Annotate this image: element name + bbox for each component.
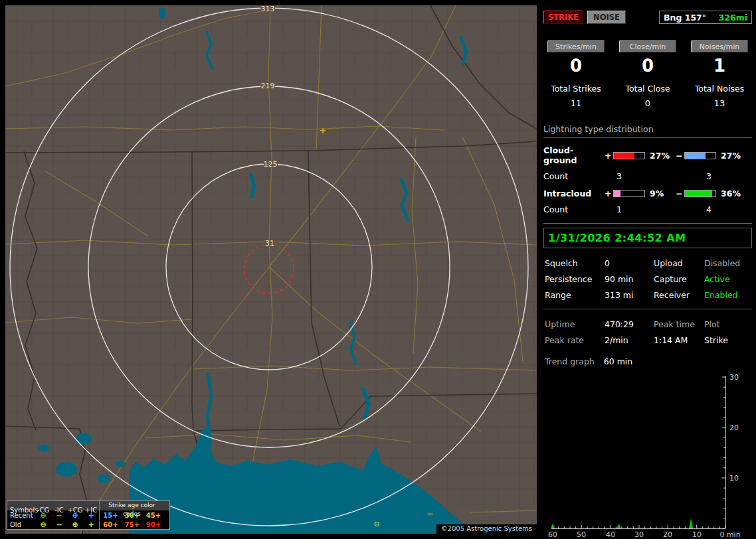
capture-status: Active	[704, 274, 752, 284]
ic-plus-bar	[613, 190, 645, 197]
cloud-ground-count-row: Count 3 3	[543, 171, 752, 181]
lightning-map[interactable]: 313 219 125 31 + ⊖ − Symbols -CG -IC +CG…	[5, 5, 537, 534]
close-per-min-value: 0	[616, 56, 680, 76]
minus-sign: −	[676, 189, 684, 198]
cg-plus-count: 3	[605, 171, 694, 181]
pos-ic-recent-icon: +	[83, 511, 99, 520]
trend-tick-labels: 60 50 40 30 20 10 0 min 30 20 10	[548, 373, 741, 539]
intracloud-row: Intracloud + 9% − 36%	[543, 189, 752, 198]
legend-recent-label: Recent	[9, 511, 35, 520]
copyright-text: ©2005 Astrogenic Systems	[436, 524, 537, 534]
cg-minus-bar-fill	[685, 153, 706, 159]
side-panel: STRIKE NOISE Bng 157° 326mi Strikes/min …	[543, 5, 752, 534]
pos-ic-old-icon: +	[83, 520, 99, 529]
intracloud-label: Intracloud	[543, 189, 605, 198]
old-neg-cg-strike-icon: ⊖	[373, 520, 379, 528]
svg-text:60: 60	[548, 530, 557, 539]
strike-legend: Symbols -CG -IC +CG +IC Strike age color…	[7, 501, 170, 530]
ring-label-125: 125	[264, 160, 278, 169]
squelch-label: Squelch	[545, 258, 605, 268]
range-value: 313 mi	[605, 290, 654, 300]
strikes-per-min-button[interactable]: Strikes/min	[547, 40, 605, 52]
noises-column: Noises/min 1 Total Noises 13	[688, 40, 751, 108]
bearing-range: 326mi	[719, 13, 747, 23]
upload-label: Upload	[654, 258, 704, 268]
legend-old-label: Old	[9, 520, 35, 529]
total-noises-label: Total Noises	[688, 84, 751, 94]
bearing-label: Bng 157°	[664, 13, 706, 23]
noise-mode-button[interactable]: NOISE	[587, 11, 626, 24]
noise-marker-icon: +	[320, 125, 327, 135]
legend-old-row: Old ⊖ − ⊕ + 60+ 75+ 90+	[7, 520, 169, 529]
plot-label: Plot	[704, 319, 752, 329]
total-close-label: Total Close	[616, 84, 680, 94]
close-per-min-button[interactable]: Close/min	[619, 40, 676, 52]
trend-axes	[551, 376, 726, 529]
age-90: 90+	[143, 520, 164, 529]
ic-minus-pct: 36%	[721, 189, 747, 198]
neg-cg-recent-icon: ⊖	[35, 511, 51, 520]
intracloud-count-row: Count 1 4	[543, 204, 752, 214]
total-strikes-value: 11	[544, 98, 608, 108]
neg-cg-old-icon: ⊖	[35, 520, 51, 529]
age-45: 45+	[143, 511, 164, 520]
bearing-display: Bng 157° 326mi	[659, 11, 752, 24]
settings-grid: Squelch 0 Upload Disabled Persistence 90…	[543, 258, 752, 300]
plus-sign: +	[605, 151, 613, 161]
svg-text:20: 20	[663, 530, 672, 539]
svg-text:50: 50	[577, 530, 586, 539]
cloud-ground-label: Cloud-ground	[543, 145, 605, 165]
age-75: 75+	[122, 520, 143, 529]
neg-ic-old-icon: −	[51, 520, 67, 529]
legend-recent-row: Recent ⊖ − ⊕ + 15+ 30+ 45+	[7, 510, 169, 520]
uptime-label: Uptime	[545, 319, 605, 329]
svg-text:20: 20	[729, 424, 739, 432]
persistence-label: Persistence	[545, 274, 605, 284]
ic-minus-bar	[684, 190, 716, 197]
strikes-column: Strikes/min 0 Total Strikes 11	[544, 40, 608, 108]
svg-text:0 min: 0 min	[719, 530, 740, 539]
cg-minus-pct: 27%	[721, 151, 747, 161]
rate-counters: Strikes/min 0 Total Strikes 11 Close/min…	[543, 40, 752, 108]
peak-time-label: Peak time	[654, 319, 704, 329]
persistence-value: 90 min	[605, 274, 654, 284]
receiver-label: Receiver	[654, 290, 704, 300]
total-close-value: 0	[616, 98, 680, 108]
neg-ic-recent-icon: −	[51, 511, 67, 520]
receiver-status: Enabled	[704, 290, 752, 300]
total-noises-value: 13	[688, 98, 751, 108]
pos-cg-old-icon: ⊕	[67, 520, 83, 529]
cg-minus-count: 3	[694, 171, 711, 181]
peak-rate-value: 2/min	[605, 335, 654, 345]
age-30: 30+	[122, 511, 143, 520]
svg-text:10: 10	[729, 474, 739, 483]
svg-text:40: 40	[606, 530, 615, 539]
mode-toolbar: STRIKE NOISE Bng 157° 326mi	[543, 10, 752, 25]
upload-status: Disabled	[704, 258, 752, 268]
peak-time-value: 1:14 AM	[654, 335, 704, 345]
noises-per-min-button[interactable]: Noises/min	[691, 40, 748, 52]
cloud-ground-row: Cloud-ground + 27% − 27%	[543, 145, 752, 165]
svg-text:30: 30	[729, 373, 739, 382]
section-divider	[543, 309, 752, 309]
count-label: Count	[543, 171, 605, 181]
plus-sign: +	[605, 189, 613, 198]
ic-minus-bar-fill	[685, 191, 712, 196]
peak-rate-label: Peak rate	[545, 335, 605, 345]
range-label: Range	[545, 290, 605, 300]
cg-plus-bar-fill	[614, 153, 634, 159]
ic-plus-count: 1	[605, 204, 694, 214]
datetime-display: 1/31/2026 2:44:52 AM	[543, 228, 752, 248]
close-column: Close/min 0 Total Close 0	[616, 40, 680, 108]
ic-plus-bar-fill	[614, 191, 620, 196]
pos-cg-recent-icon: ⊕	[67, 511, 83, 520]
ring-label-313: 313	[261, 5, 275, 13]
trend-spike	[617, 523, 621, 528]
trend-ticks	[553, 377, 725, 528]
squelch-value: 0	[605, 258, 654, 268]
svg-text:30: 30	[634, 530, 644, 539]
ring-label-219: 219	[261, 82, 275, 90]
status-grid: Uptime 470:29 Peak time Plot Peak rate 2…	[543, 319, 752, 345]
capture-label: Capture	[654, 274, 704, 284]
strike-mode-button[interactable]: STRIKE	[543, 11, 583, 24]
